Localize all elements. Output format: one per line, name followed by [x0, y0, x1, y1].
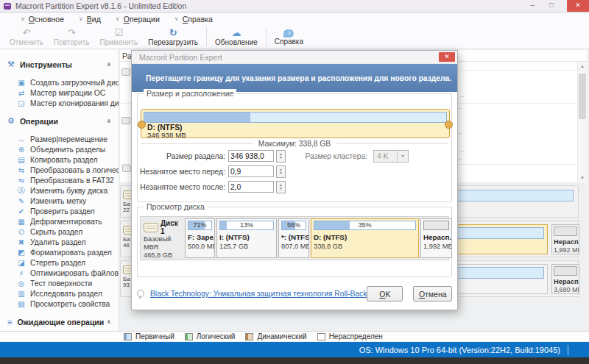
- partition-drag-bar[interactable]: D: (NTFS) 346 938 MB: [141, 109, 450, 138]
- undo-button: ↶ Отменить: [4, 25, 49, 49]
- sidebar-item-explore-partition[interactable]: ▥ Исследовать раздел: [0, 288, 119, 299]
- legend-dynamic: Динамический: [245, 332, 306, 340]
- partition-row-icon: [121, 68, 130, 76]
- partition-cell-f[interactable]: 71% F: Заре... 500,0 MB: [185, 218, 215, 258]
- ok-button[interactable]: OK: [367, 286, 403, 301]
- scrollbar[interactable]: ▲ ▼: [577, 62, 587, 182]
- space-after-spinner[interactable]: ▴ ▾: [276, 181, 286, 193]
- dialog-titlebar: Macrorit Partition Expert: [132, 51, 457, 64]
- redo-button: ↷ Повторить: [49, 25, 95, 49]
- help-button[interactable]: ? Справка: [269, 25, 308, 49]
- sidebar-section-tools[interactable]: ⚒ Инструменты ∧: [0, 58, 119, 71]
- dialog-banner: Перетащите границу для указания размера …: [132, 64, 457, 92]
- right-drag-handle[interactable]: [445, 121, 453, 129]
- menu-help[interactable]: ∨ Справка: [174, 15, 213, 24]
- banner-text: Перетащите границу для указания размера …: [146, 74, 451, 82]
- unallocated-cell[interactable]: Нерасп... 3,680 MB: [551, 264, 579, 294]
- partition-cell-i[interactable]: 13% I: (NTFS) 125,7 GB: [216, 218, 277, 258]
- sidebar-item-surface-test[interactable]: ◎ Тест поверхности: [0, 278, 119, 288]
- delete-icon: ✖: [17, 238, 26, 246]
- cancel-button[interactable]: Отмена: [413, 286, 452, 301]
- resize-move-dialog: Macrorit Partition Expert ✕ Перетащите г…: [131, 50, 458, 310]
- sidebar-section-operations[interactable]: ⚙ Операции ∧: [0, 115, 119, 127]
- scroll-up-icon[interactable]: ▲: [578, 62, 587, 71]
- toolbar: ↶ Отменить ↷ Повторить ☑ Применить ↻ Пер…: [0, 25, 589, 49]
- disk-preview-row: Диск 1 Базовый MBR 465,8 GB 71% F: Заре.…: [140, 216, 449, 260]
- chevron-down-icon: ∨: [116, 16, 120, 22]
- minimize-button[interactable]: –: [523, 0, 542, 12]
- sidebar-item-merge-partitions[interactable]: ⊕ Объединить разделы: [0, 144, 119, 154]
- collapse-icon: ∧: [107, 118, 112, 124]
- partition-cell-star[interactable]: 56% *: (NTFS) 807,0 MB: [278, 218, 309, 258]
- partition-size-spinner[interactable]: ▴ ▾: [276, 150, 286, 163]
- sidebar-item-delete-partition[interactable]: ✖ Удалить раздел: [0, 237, 119, 247]
- partition-size-input[interactable]: [228, 150, 274, 162]
- black-technology-link[interactable]: Black Technology: Уникальная защитная те…: [150, 290, 367, 298]
- sidebar-item-change-label[interactable]: ✎ Изменить метку: [0, 196, 119, 206]
- sidebar-item-convert-logical[interactable]: ⇆ Преобразовать в логический: [0, 165, 119, 175]
- cloud-upload-icon: ☁: [231, 27, 241, 38]
- disk-icon: [144, 223, 158, 232]
- sidebar-item-optimize-filesystem[interactable]: ⚡ Оптимизировать файлову...: [0, 268, 119, 278]
- partition-size-row: Размер раздела: ▴ ▾: [138, 150, 286, 162]
- scrollbar-thumb[interactable]: [579, 74, 586, 119]
- toolbar-divider: [266, 27, 267, 46]
- sidebar-item-defragment[interactable]: ▦ Дефрагментировать: [0, 216, 119, 226]
- menu-bar: ∨ Основное ∨ Вид ∨ Операции ∨ Справка: [0, 13, 589, 25]
- partition-cell-d-selected[interactable]: 35% D: (NTFS) 338,8 GB: [311, 218, 419, 258]
- sidebar-item-disk-clone[interactable]: ◲ Мастер клонирования диска: [0, 98, 119, 108]
- legend-unallocated: Нераспределен: [317, 332, 383, 340]
- menu-main[interactable]: ∨ Основное: [21, 15, 64, 24]
- maximum-row: Максимум: 338,8 GB: [141, 140, 448, 148]
- space-before-input[interactable]: [228, 165, 274, 177]
- sidebar-item-check-partition[interactable]: ✔ Проверить раздел: [0, 206, 119, 216]
- dialog-close-button[interactable]: ✕: [439, 52, 455, 62]
- space-after-row: Незанятое место после: ▴ ▾: [138, 181, 286, 193]
- sidebar-item-wipe-partition[interactable]: ◪ Стереть раздел: [0, 257, 119, 268]
- status-bar: OS: Windows 10 Pro 64-bit (Version:22H2,…: [0, 342, 589, 357]
- maximize-button[interactable]: □: [542, 0, 561, 12]
- space-after-input[interactable]: [228, 181, 274, 193]
- sidebar-item-resize-move[interactable]: ↔ Размер|перемещение: [0, 134, 119, 144]
- unallocated-cell[interactable]: Нерасп... 1,992 MB: [551, 224, 579, 254]
- menu-view[interactable]: ∨ Вид: [79, 15, 101, 24]
- sidebar: ⚒ Инструменты ∧ ▣ Создать загрузочный ди…: [0, 49, 119, 331]
- list-icon: ≡: [7, 318, 12, 326]
- tools-icon: ⚒: [7, 60, 15, 69]
- dropdown-arrow-icon: ▾: [397, 151, 408, 162]
- spinner-down-icon: ▾: [280, 187, 282, 190]
- sidebar-item-hide-partition[interactable]: ∅ Скрыть раздел: [0, 226, 119, 237]
- sidebar-item-convert-fat32[interactable]: ⇋ Преобразовать в FAT32: [0, 175, 119, 185]
- properties-icon: ▧: [17, 300, 26, 308]
- hide-icon: ∅: [17, 228, 26, 236]
- close-button[interactable]: ✕: [567, 0, 589, 12]
- update-button[interactable]: ☁ Обновление: [210, 25, 263, 49]
- surface-test-icon: ◎: [17, 279, 26, 288]
- legend-primary: Первичный: [124, 332, 174, 340]
- dialog-footer: Black Technology: Уникальная защитная те…: [137, 285, 452, 302]
- sidebar-item-copy-partition[interactable]: ▤ Копировать раздел: [0, 154, 119, 165]
- sidebar-item-format-partition[interactable]: ◩ Форматировать раздел: [0, 247, 119, 257]
- space-before-row: Незанятое место перед: ▴ ▾: [138, 165, 286, 177]
- menu-operations[interactable]: ∨ Операции: [116, 15, 160, 24]
- partition-cell-unallocated[interactable]: Нерасп... 1,992 MB: [420, 218, 452, 258]
- maximum-label: Максимум: 338,8 GB: [258, 140, 331, 148]
- sidebar-item-view-properties[interactable]: ▧ Просмотреть свойства: [0, 299, 119, 309]
- wipe-icon: ◪: [17, 259, 26, 267]
- scroll-down-icon[interactable]: ▼: [578, 174, 587, 182]
- chevron-down-icon: ∨: [174, 16, 179, 22]
- left-drag-handle[interactable]: [138, 121, 146, 129]
- help-bubble-icon: ?: [283, 29, 294, 38]
- spinner-down-icon: ▾: [280, 171, 282, 175]
- os-info: OS: Windows 10 Pro 64-bit (Version:22H2,…: [359, 346, 560, 354]
- chevron-down-icon: ∨: [21, 16, 25, 22]
- drive-letter-icon: Ⓐ: [17, 185, 26, 196]
- sidebar-item-change-drive-letter[interactable]: Ⓐ Изменить букву диска: [0, 185, 119, 196]
- reload-button[interactable]: ↻ Перезагрузить: [143, 25, 203, 49]
- partition-row-icon: [122, 165, 131, 172]
- space-before-spinner[interactable]: ▴ ▾: [276, 165, 286, 178]
- sidebar-item-create-bootable-disk[interactable]: ▣ Создать загрузочный диск: [0, 77, 119, 88]
- bootable-disk-icon: ▣: [17, 79, 26, 87]
- sidebar-section-pending-operations[interactable]: ≡ Ожидающие операции ∧: [0, 315, 119, 328]
- sidebar-item-os-migration[interactable]: ⇄ Мастер миграции ОС: [0, 88, 119, 98]
